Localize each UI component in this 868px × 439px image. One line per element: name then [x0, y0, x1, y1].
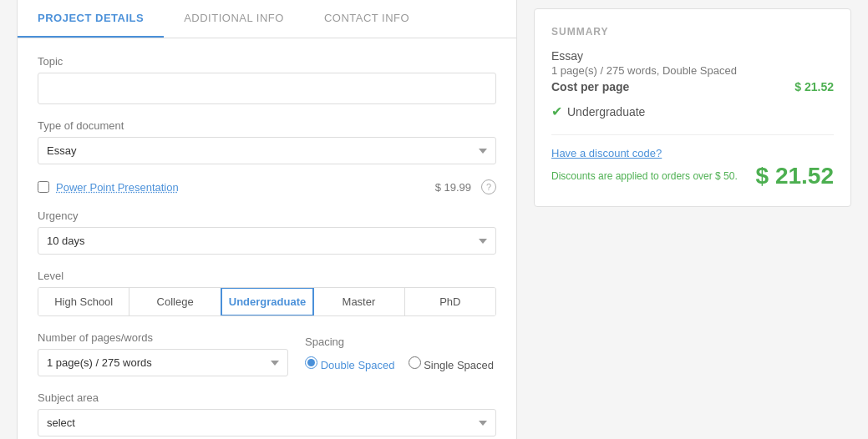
spacing-group: Spacing Double Spaced Single Spaced	[305, 336, 496, 376]
spacing-single-radio[interactable]	[409, 356, 421, 369]
addon-label[interactable]: Power Point Presentation	[56, 181, 179, 194]
level-btn-phd[interactable]: PhD	[405, 288, 495, 315]
summary-type: Essay	[551, 49, 834, 63]
tab-contact-info[interactable]: CONTACT INFO	[304, 0, 429, 38]
addon-price: $ 19.99	[435, 181, 471, 194]
discount-link[interactable]: Have a discount code?	[551, 147, 834, 159]
tab-additional-info[interactable]: ADDITIONAL INFO	[164, 0, 304, 38]
level-group: Level High School College Undergraduate …	[38, 270, 496, 316]
discount-note: Discounts are applied to orders over $ 5…	[551, 170, 738, 182]
subject-area-label: Subject area	[38, 391, 496, 404]
level-btn-high-school[interactable]: High School	[38, 288, 129, 315]
topic-label: Topic	[38, 55, 496, 68]
summary-divider	[551, 134, 834, 135]
document-type-select[interactable]: Essay	[38, 137, 496, 164]
cost-per-page-label: Cost per page	[551, 80, 629, 93]
spacing-label: Spacing	[305, 336, 496, 348]
check-icon: ✔	[551, 103, 562, 119]
pages-spacing-row: Number of pages/words 1 page(s) / 275 wo…	[38, 331, 496, 376]
form-body: Topic Type of document Essay Power Point…	[18, 38, 516, 439]
summary-description: 1 page(s) / 275 words, Double Spaced	[551, 64, 834, 77]
addon-checkbox[interactable]	[38, 181, 49, 193]
subject-area-group: Subject area select	[38, 391, 496, 436]
spacing-single-label[interactable]: Single Spaced	[409, 356, 494, 371]
summary-level: ✔ Undergraduate	[551, 103, 834, 119]
urgency-label: Urgency	[38, 209, 496, 222]
tab-bar: PROJECT DETAILS ADDITIONAL INFO CONTACT …	[18, 0, 516, 38]
addon-help-icon[interactable]: ?	[481, 179, 496, 194]
spacing-double-label[interactable]: Double Spaced	[305, 356, 395, 371]
spacing-double-radio[interactable]	[305, 356, 317, 369]
urgency-group: Urgency 10 days	[38, 209, 496, 255]
level-button-group: High School College Undergraduate Master…	[38, 287, 496, 316]
spacing-radio-group: Double Spaced Single Spaced	[305, 353, 496, 376]
summary-level-text: Undergraduate	[567, 105, 645, 119]
subject-area-select[interactable]: select	[38, 409, 496, 436]
summary-card: SUMMARY Essay 1 page(s) / 275 words, Dou…	[534, 8, 851, 207]
urgency-select[interactable]: 10 days	[38, 227, 496, 255]
summary-title: SUMMARY	[551, 26, 834, 38]
tab-project-details[interactable]: PROJECT DETAILS	[18, 0, 164, 38]
level-btn-undergraduate[interactable]: Undergraduate	[221, 287, 314, 316]
level-btn-master[interactable]: Master	[313, 288, 404, 315]
level-btn-college[interactable]: College	[129, 288, 221, 315]
topic-group: Topic	[38, 55, 496, 104]
document-type-group: Type of document Essay	[38, 119, 496, 164]
spacing-double-text: Double Spaced	[321, 359, 395, 371]
pages-group: Number of pages/words 1 page(s) / 275 wo…	[38, 331, 288, 376]
total-price: $ 21.52	[756, 163, 834, 189]
pages-label: Number of pages/words	[38, 331, 288, 344]
summary-cost-row: Cost per page $ 21.52	[551, 80, 834, 93]
topic-input[interactable]	[38, 73, 496, 104]
document-type-label: Type of document	[38, 119, 496, 132]
spacing-single-text: Single Spaced	[424, 359, 494, 371]
level-label: Level	[38, 270, 496, 282]
addon-row: Power Point Presentation $ 19.99 ?	[38, 179, 496, 194]
discount-total-row: Discounts are applied to orders over $ 5…	[551, 163, 834, 189]
cost-per-page-value: $ 21.52	[794, 80, 834, 93]
pages-select[interactable]: 1 page(s) / 275 words	[38, 349, 288, 376]
summary-panel: SUMMARY Essay 1 page(s) / 275 words, Dou…	[534, 0, 851, 439]
